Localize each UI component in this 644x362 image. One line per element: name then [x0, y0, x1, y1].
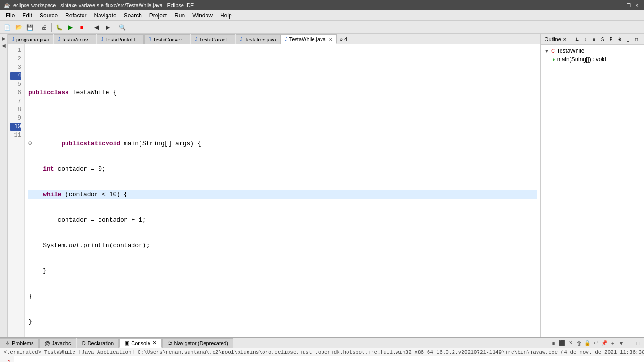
- outline-method-name: main(String[]) : void: [557, 56, 606, 63]
- title-bar: ☕ eclipse-workspace - sintaxe-variaveis-…: [0, 0, 644, 10]
- tab-testa-ponto[interactable]: J TestaPontoFl...: [97, 34, 144, 44]
- outline-class-item[interactable]: ▼ C TestaWhile: [543, 47, 642, 55]
- outline-hide-static[interactable]: S: [599, 35, 606, 43]
- menu-item-refactor[interactable]: Refactor: [61, 11, 90, 20]
- menu-item-source[interactable]: Source: [36, 11, 61, 20]
- tab-icon-conver: J: [149, 37, 151, 42]
- tab-testalrex[interactable]: J Testalrex.java: [236, 34, 280, 44]
- toolbar-print[interactable]: 🖨: [39, 22, 50, 33]
- tab-console-label: Console: [131, 340, 150, 346]
- line-num-3: 3: [10, 63, 21, 72]
- tab-testa-caract[interactable]: J TestaCaract...: [191, 34, 236, 44]
- line-num-1: 1: [10, 46, 21, 55]
- tab-console[interactable]: ▣ Console ✕: [119, 338, 161, 348]
- console-scroll-lock[interactable]: 🔒: [584, 339, 591, 347]
- menu-item-window[interactable]: Window: [189, 11, 216, 20]
- tab-testawhile[interactable]: J TestaWhile.java ✕: [281, 34, 337, 44]
- code-line-2: public class TestaWhile {: [28, 89, 537, 97]
- minimize-button[interactable]: —: [617, 2, 623, 8]
- line-num-4: 4: [10, 72, 21, 80]
- line-num-6: 6: [10, 89, 21, 97]
- javadoc-icon: @: [44, 340, 50, 346]
- tab-javadoc[interactable]: @ Javadoc: [39, 338, 76, 348]
- code-editor[interactable]: 1 2 3 4 5 6 7 8 9 10 11 public class Tes…: [8, 44, 540, 337]
- line-num-5: 5: [10, 80, 21, 89]
- console-terminate-all[interactable]: ⬛: [558, 339, 566, 347]
- toolbar-open[interactable]: 📂: [13, 22, 24, 33]
- console-pin[interactable]: 📌: [601, 339, 608, 347]
- console-word-wrap[interactable]: ↵: [592, 339, 600, 347]
- outline-close-icon[interactable]: ✕: [563, 37, 567, 42]
- menu-item-project[interactable]: Project: [146, 11, 171, 20]
- title-text: eclipse-workspace - sintaxe-variaveis-e-…: [13, 2, 194, 8]
- maximize-button[interactable]: ❐: [625, 2, 632, 8]
- tab-navigator[interactable]: 🗂 Navigator (Deprecated): [162, 338, 233, 348]
- outline-collapse-all[interactable]: ⇊: [573, 35, 581, 43]
- outline-max[interactable]: □: [633, 35, 640, 43]
- bottom-tabs: ⚠ Problems @ Javadoc D Declaration ▣ Con…: [0, 338, 644, 348]
- tab-programa-java[interactable]: J programa.java: [8, 34, 53, 44]
- bottom-min[interactable]: _: [626, 339, 634, 347]
- tab-overflow-label: »: [340, 36, 343, 42]
- tab-overflow-count: 4: [344, 36, 347, 42]
- toolbar-stop[interactable]: ■: [76, 22, 87, 33]
- code-line-4: ⊖ public static void main(String[] args)…: [28, 140, 537, 148]
- toolbar-sep-1: [37, 23, 37, 32]
- toolbar-debug[interactable]: 🐛: [54, 22, 64, 33]
- tab-icon-caract: J: [195, 37, 198, 42]
- console-dropdown[interactable]: ▼: [618, 339, 625, 347]
- tab-label-conver: TestaConver...: [153, 37, 186, 42]
- code-line-10: }: [28, 292, 537, 301]
- toolbar-prev[interactable]: ◀: [91, 22, 101, 33]
- tab-icon-testawhile: J: [285, 37, 288, 42]
- outline-sort[interactable]: ↕: [582, 35, 589, 43]
- outline-settings[interactable]: ⚙: [616, 35, 623, 43]
- outline-hide-nonpublic[interactable]: P: [607, 35, 615, 43]
- toolbar-run[interactable]: ▶: [65, 22, 75, 33]
- console-text[interactable]: [14, 356, 644, 362]
- menu-item-run[interactable]: Run: [171, 11, 189, 20]
- tab-declaration-label: Declaration: [88, 340, 114, 346]
- tab-navigator-label: Navigator (Deprecated): [174, 340, 228, 346]
- editor-tabs: J programa.java J testaVariav... J Testa…: [8, 34, 540, 44]
- outline-min[interactable]: _: [624, 35, 632, 43]
- menu-item-navigate[interactable]: Navigate: [90, 11, 120, 20]
- tab-console-close[interactable]: ✕: [152, 340, 157, 346]
- tab-testa-variav[interactable]: J testaVariav...: [54, 34, 96, 44]
- toolbar-search[interactable]: 🔍: [117, 22, 127, 33]
- console-line-1: 1: [3, 358, 11, 362]
- toolbar-next[interactable]: ▶: [102, 22, 113, 33]
- line-numbers: 1 2 3 4 5 6 7 8 9 10 11: [8, 44, 25, 337]
- navigator-icon: 🗂: [167, 340, 173, 346]
- menu-item-help[interactable]: Help: [216, 11, 236, 20]
- code-line-8: System.out.println(contador);: [28, 241, 537, 250]
- console-clear[interactable]: 🗑: [575, 339, 583, 347]
- menu-item-edit[interactable]: Edit: [18, 11, 36, 20]
- toolbar-new[interactable]: 📄: [2, 22, 12, 33]
- line-num-8: 8: [10, 106, 21, 114]
- console-terminate[interactable]: ■: [550, 339, 557, 347]
- tab-overflow[interactable]: » 4: [337, 35, 350, 43]
- outline-header: Outline ✕ ⇊ ↕ ≡ S P ⚙ _ □: [541, 34, 644, 45]
- console-remove[interactable]: ✕: [567, 339, 574, 347]
- declaration-icon: D: [82, 340, 86, 346]
- tab-close-testawhile[interactable]: ✕: [329, 37, 332, 42]
- gutter-arrow-2[interactable]: ◀: [2, 43, 6, 48]
- toolbar-save[interactable]: 💾: [25, 22, 35, 33]
- code-content[interactable]: public class TestaWhile { ⊖ public stati…: [25, 44, 540, 337]
- gutter-arrow[interactable]: ▶: [2, 36, 6, 41]
- tab-label-caract: TestaCaract...: [199, 37, 231, 42]
- outline-class-name: TestaWhile: [557, 48, 585, 54]
- code-line-7: contador = contador + 1;: [28, 216, 537, 224]
- tab-declaration[interactable]: D Declaration: [77, 338, 119, 348]
- tab-problems[interactable]: ⚠ Problems: [0, 338, 39, 348]
- tab-testa-conver[interactable]: J TestaConver...: [144, 34, 190, 44]
- menu-item-file[interactable]: File: [2, 11, 18, 20]
- menu-item-search[interactable]: Search: [120, 11, 146, 20]
- tab-label-ponto: TestaPontoFl...: [105, 37, 140, 42]
- console-new-console[interactable]: +: [609, 339, 617, 347]
- outline-method-item[interactable]: ● main(String[]) : void: [543, 55, 642, 64]
- close-button[interactable]: ✕: [634, 2, 640, 8]
- outline-hide-fields[interactable]: ≡: [590, 35, 598, 43]
- bottom-max[interactable]: □: [635, 339, 642, 347]
